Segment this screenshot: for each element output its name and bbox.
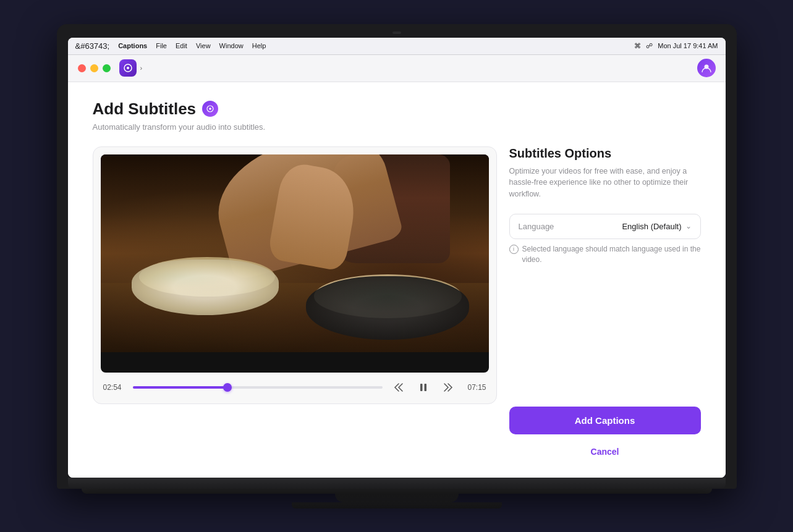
apple-logo-icon[interactable]: &#63743; xyxy=(75,41,110,51)
progress-fill xyxy=(133,386,228,389)
close-button[interactable] xyxy=(78,64,86,72)
add-captions-button[interactable]: Add Captions xyxy=(509,407,701,434)
video-controls: 02:54 xyxy=(101,379,489,396)
options-description: Optimize your videos for free with ease,… xyxy=(509,166,701,200)
app-chevron-icon: › xyxy=(140,64,143,72)
menubar-app-name[interactable]: Captions xyxy=(118,42,147,49)
title-brand-icon xyxy=(202,101,218,117)
bowl-2 xyxy=(306,276,469,339)
video-player[interactable] xyxy=(101,154,489,373)
app-icon xyxy=(119,59,137,77)
menubar-edit[interactable]: Edit xyxy=(176,42,187,49)
laptop-notch xyxy=(392,32,401,34)
cancel-button[interactable]: Cancel xyxy=(509,441,701,463)
screen-bezel: &#63743; Captions File Edit View Window … xyxy=(57,24,737,489)
menubar-left: &#63743; Captions File Edit View Window … xyxy=(75,41,266,51)
video-panel: 02:54 xyxy=(93,146,497,404)
forward-button[interactable] xyxy=(439,379,457,396)
options-panel: Subtitles Options Optimize your videos f… xyxy=(509,146,701,463)
language-hint-text: Selected language should match language … xyxy=(522,244,701,265)
svg-rect-6 xyxy=(424,384,426,391)
language-dropdown[interactable]: Language English (Default) ⌄ xyxy=(509,214,701,239)
svg-point-1 xyxy=(127,67,129,69)
app-icon-area: › xyxy=(119,59,143,77)
video-frame xyxy=(101,154,489,352)
progress-thumb[interactable] xyxy=(223,383,232,392)
rewind-button[interactable] xyxy=(390,379,407,396)
two-col-layout: 02:54 xyxy=(93,146,701,463)
menubar-file[interactable]: File xyxy=(156,42,167,49)
language-value: English (Default) xyxy=(622,222,681,231)
options-header: Subtitles Options xyxy=(509,146,701,161)
bowl-1 xyxy=(132,260,279,315)
language-hint: i Selected language should match languag… xyxy=(509,244,701,265)
page-subtitle: Automatically transform your audio into … xyxy=(93,122,701,132)
laptop-foot xyxy=(292,502,502,509)
menubar-view[interactable]: View xyxy=(196,42,211,49)
language-label: Language xyxy=(519,222,554,231)
search-icon[interactable]: ☍ xyxy=(646,42,653,50)
chevron-down-icon: ⌄ xyxy=(685,222,692,230)
menubar-right: ⌘ ☍ Mon Jul 17 9:41 AM xyxy=(634,42,718,50)
language-value-row: English (Default) ⌄ xyxy=(622,222,691,231)
laptop-base-bottom xyxy=(82,489,712,494)
page-title: Add Subtitles xyxy=(93,99,197,119)
total-time: 07:15 xyxy=(464,383,486,392)
options-spacer xyxy=(509,283,701,407)
laptop-stand xyxy=(335,494,459,502)
menubar-window[interactable]: Window xyxy=(219,42,244,49)
current-time: 02:54 xyxy=(103,383,125,392)
svg-rect-5 xyxy=(420,384,423,391)
laptop-base xyxy=(68,478,726,489)
page-title-row: Add Subtitles xyxy=(93,99,701,119)
options-bottom: Add Captions Cancel xyxy=(509,407,701,463)
main-content: Add Subtitles Automatically transform yo… xyxy=(68,82,726,478)
avatar[interactable] xyxy=(697,59,716,77)
minimize-button[interactable] xyxy=(90,64,98,72)
wifi-icon: ⌘ xyxy=(634,42,641,50)
laptop-shell: &#63743; Captions File Edit View Window … xyxy=(57,24,737,509)
progress-bar[interactable] xyxy=(133,386,383,389)
menubar-help[interactable]: Help xyxy=(252,42,266,49)
datetime: Mon Jul 17 9:41 AM xyxy=(658,42,718,49)
play-pause-button[interactable] xyxy=(415,379,432,396)
menubar: &#63743; Captions File Edit View Window … xyxy=(68,38,726,55)
screen-content: &#63743; Captions File Edit View Window … xyxy=(68,38,726,478)
titlebar: › xyxy=(68,55,726,82)
traffic-lights xyxy=(78,64,111,72)
fullscreen-button[interactable] xyxy=(103,64,111,72)
info-icon: i xyxy=(509,245,519,254)
svg-point-4 xyxy=(209,108,211,110)
